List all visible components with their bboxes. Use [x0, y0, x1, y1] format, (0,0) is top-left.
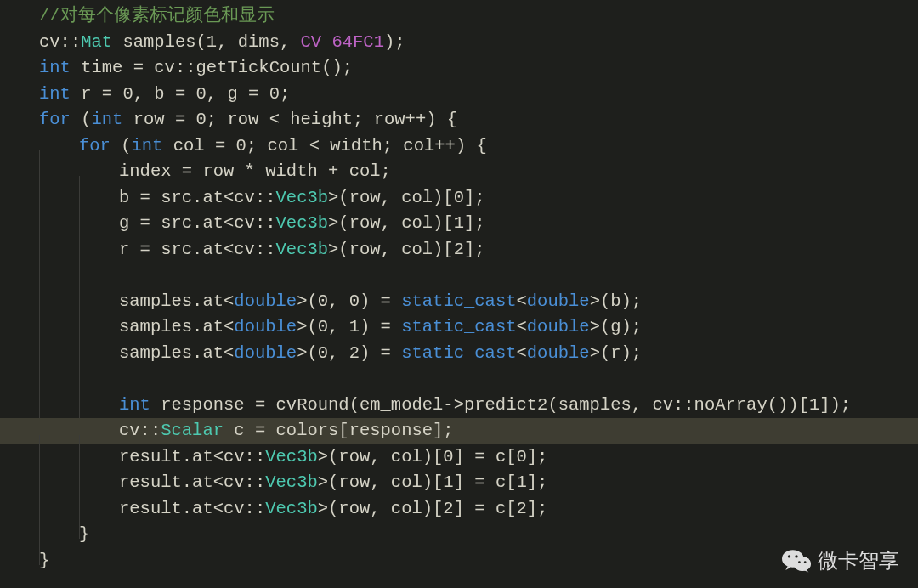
code-line[interactable]: } [0, 548, 918, 574]
code-line[interactable]: samples.at<double>(0, 1) = static_cast<d… [0, 314, 918, 341]
code-line[interactable]: //对每个像素标记颜色和显示 [0, 3, 918, 30]
watermark: 微卡智享 [782, 547, 899, 574]
code-line[interactable]: result.at<cv::Vec3b>(row, col)[0] = c[0]… [0, 444, 918, 471]
code-line[interactable]: samples.at<double>(0, 2) = static_cast<d… [0, 341, 918, 367]
code-line[interactable]: g = src.at<cv::Vec3b>(row, col)[1]; [0, 211, 918, 237]
code-line[interactable] [0, 366, 918, 393]
code-line[interactable]: r = src.at<cv::Vec3b>(row, col)[2]; [0, 237, 918, 263]
code-line[interactable]: int r = 0, b = 0, g = 0; [0, 82, 918, 108]
code-line[interactable]: for (int col = 0; col < width; col++) { [0, 133, 918, 160]
code-lines: //对每个像素标记颜色和显示cv::Mat samples(1, dims, C… [0, 3, 918, 574]
svg-point-5 [795, 555, 797, 557]
code-line[interactable]: int time = cv::getTickCount(); [0, 55, 918, 82]
code-line[interactable]: cv::Scalar c = colors[response]; [0, 418, 918, 444]
code-line[interactable]: } [0, 522, 918, 548]
code-line[interactable]: int response = cvRound(em_model->predict… [0, 393, 918, 419]
code-line[interactable]: result.at<cv::Vec3b>(row, col)[2] = c[2]… [0, 496, 918, 523]
code-line[interactable]: cv::Mat samples(1, dims, CV_64FC1); [0, 30, 918, 56]
watermark-text: 微卡智享 [818, 547, 899, 574]
svg-point-3 [794, 557, 811, 571]
code-line[interactable] [0, 263, 918, 289]
wechat-icon [782, 548, 811, 574]
code-line[interactable]: index = row * width + col; [0, 159, 918, 185]
code-line[interactable]: result.at<cv::Vec3b>(row, col)[1] = c[1]… [0, 470, 918, 496]
code-editor[interactable]: //对每个像素标记颜色和显示cv::Mat samples(1, dims, C… [0, 0, 918, 588]
svg-point-7 [804, 561, 807, 563]
svg-point-4 [788, 555, 790, 557]
code-line[interactable]: samples.at<double>(0, 0) = static_cast<d… [0, 289, 918, 315]
svg-point-6 [798, 561, 801, 563]
code-line[interactable]: b = src.at<cv::Vec3b>(row, col)[0]; [0, 185, 918, 212]
code-line[interactable]: for (int row = 0; row < height; row++) { [0, 107, 918, 133]
